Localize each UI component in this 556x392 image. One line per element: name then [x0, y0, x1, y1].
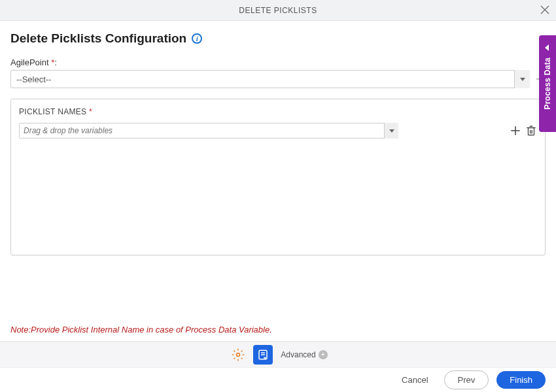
content-area: Delete Picklists Configuration i AgilePo… [0, 21, 556, 341]
svg-marker-2 [520, 78, 525, 81]
process-data-tab[interactable]: Process Data [539, 35, 556, 132]
dialog-title: DELETE PICKLISTS [239, 6, 317, 15]
footer: Cancel Prev Finish [0, 367, 556, 392]
note-text: Note:Provide Picklist Internal Name in c… [10, 325, 272, 335]
chevron-down-icon[interactable] [384, 123, 398, 139]
finish-button[interactable]: Finish [496, 371, 546, 389]
picklist-panel: PICKLIST NAMES * [10, 99, 546, 255]
delete-row-icon[interactable] [525, 125, 537, 137]
process-data-label: Process Data [543, 57, 552, 110]
svg-rect-8 [529, 128, 534, 135]
add-row-icon[interactable] [510, 125, 521, 137]
variable-input-wrapper [19, 123, 398, 139]
agilepoint-select-row: --Select-- [10, 70, 546, 88]
toolbar: Advanced + [0, 341, 556, 367]
panel-title: PICKLIST NAMES * [19, 107, 537, 116]
close-icon[interactable] [540, 5, 549, 16]
agilepoint-label: AgilePoint *: [10, 57, 546, 67]
advanced-toggle[interactable]: Advanced + [281, 350, 327, 359]
row-actions [510, 125, 537, 137]
agilepoint-select[interactable]: --Select-- [10, 70, 530, 88]
form-icon[interactable] [253, 345, 273, 365]
dialog-header: DELETE PICKLISTS [0, 0, 556, 21]
plus-icon: + [319, 350, 328, 359]
prev-button[interactable]: Prev [444, 370, 489, 389]
chevron-down-icon[interactable] [514, 70, 530, 88]
page-title-row: Delete Picklists Configuration i [10, 31, 546, 46]
chevron-left-icon [545, 42, 550, 54]
gear-icon[interactable] [228, 345, 248, 365]
svg-point-13 [237, 353, 240, 356]
svg-marker-19 [545, 44, 549, 51]
variable-row [19, 123, 537, 139]
variable-input[interactable] [19, 123, 398, 139]
agilepoint-select-wrapper: --Select-- [10, 70, 530, 88]
svg-marker-5 [389, 129, 394, 133]
cancel-button[interactable]: Cancel [394, 371, 436, 389]
info-icon[interactable]: i [192, 33, 202, 44]
page-title: Delete Picklists Configuration [10, 31, 186, 46]
